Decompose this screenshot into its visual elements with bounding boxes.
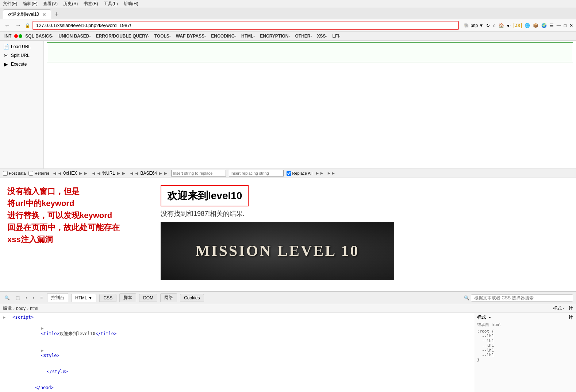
breadcrumb-html[interactable]: html [30,306,38,311]
devtools-tab-console[interactable]: 控制台 [47,293,68,302]
ext-icon1[interactable]: 🌐 [525,23,530,28]
base64-arrow-left: ◄◄ [129,170,139,176]
home2-icon[interactable]: 🏠 [499,23,504,28]
menu-view[interactable]: 查看(V) [43,1,58,6]
forward-button[interactable]: → [14,22,23,30]
hex-label: 0xHEX [64,171,77,176]
close-window-icon[interactable]: ✕ [569,23,573,28]
load-url-item[interactable]: 📄 Load URL [0,42,43,51]
breadcrumb-edit[interactable]: 编辑 [3,305,12,311]
minimize-icon[interactable]: — [557,23,561,28]
styles-panel: 样式 - 计 继承自 html :root { --lh1 --lh1 --lh… [474,313,576,392]
menu-bookmarks[interactable]: 书签(B) [84,1,98,6]
style-rule-4: --lh1 [477,348,573,353]
devtools-breadcrumb: 编辑 › body › html 样式 - 计 [0,304,576,313]
refresh-button[interactable]: ↻ [486,23,490,28]
devtools-search-input[interactable] [471,294,573,302]
page-area: 没有输入窗口，但是 将url中的keyword 进行替换，可以发现keyword… [0,178,576,291]
devtools-inspect-btn[interactable]: 🔍 [3,295,11,301]
replace-all-checkbox[interactable] [287,171,291,176]
nav-encoding[interactable]: ENCODING- [209,33,238,39]
collapse-script[interactable]: ▶ [3,315,5,320]
url-arrow-left: ◄◄ [91,170,101,176]
devtools-tab-network[interactable]: 网络 [160,293,177,302]
menu-history[interactable]: 历史(S) [63,1,78,6]
nav-other[interactable]: OTHER- [293,33,314,39]
php-icon: 🐘 php ▼ [464,23,484,28]
post-data-checkbox[interactable] [3,171,8,176]
lock-icon: 🔒 [25,23,30,28]
home-icon[interactable]: ⌂ [493,23,495,28]
url-textarea[interactable] [47,42,573,62]
new-tab-button[interactable]: + [53,10,61,19]
devtools-fwd-btn[interactable]: › [31,295,36,301]
page-subtitle: 没有找到和1987!相关的结果. [161,209,569,218]
url-encode-label: %URL [102,171,115,176]
hex-arrow-left: ◄◄ [52,170,62,176]
nav-html[interactable]: HTML- [239,33,257,39]
menu-file[interactable]: 文件(F) [3,1,17,6]
devtools-tab-cookies[interactable]: Cookies [180,294,204,302]
nav-int[interactable]: INT [2,33,14,39]
url-input[interactable] [32,21,459,30]
nav-encryption[interactable]: ENCRYPTION- [258,33,292,39]
page-title-box: 欢迎来到level10 [161,185,249,206]
menu-icon[interactable]: ☰ [550,23,554,28]
replace-all-label[interactable]: Replace All [287,171,312,176]
nav-tools[interactable]: TOOLS- [152,33,173,39]
menu-help[interactable]: 帮助(H) [123,1,138,6]
referrer-label[interactable]: Referrer [28,171,49,176]
tab-close-button[interactable]: ✕ [42,12,46,18]
menu-edit[interactable]: 编辑(E) [23,1,38,6]
dots-icon[interactable]: ●· [507,23,511,28]
split-url-item[interactable]: ✂ Split URL [0,51,43,60]
status-dot-red [14,34,18,38]
replace-arrow-right2: ►► [327,171,335,176]
restore-icon[interactable]: □ [564,23,567,28]
nav-union-based[interactable]: UNION BASED- [56,33,93,39]
devtools-tab-html[interactable]: HTML ▼ [71,294,96,302]
nav-lfi[interactable]: LFI- [330,33,343,39]
nav-waf-bypass[interactable]: WAF BYPASS- [174,33,208,39]
tool-sidebar: 📄 Load URL ✂ Split URL ▶ Execute [0,41,44,168]
nav-sql-basics[interactable]: SQL BASICS- [23,33,55,39]
devtools-tab-css[interactable]: CSS [99,294,116,302]
devtools-expand-btn[interactable]: ≡ [39,295,44,301]
js-badge: JS [514,23,521,28]
nav-xss[interactable]: XSS- [315,33,330,39]
html-line-title: ▶ <title>欢迎来到level10</title> [3,320,471,342]
tab-bar: 欢迎来到level10 ✕ + [0,8,576,19]
execute-item[interactable]: ▶ Execute [0,60,43,69]
replacing-string-input[interactable] [229,170,284,176]
calc-label: 计 [569,305,573,311]
ext-icon2[interactable]: 📦 [533,23,538,28]
base64-encode-group: ◄◄ BASE64 ►► [129,170,168,176]
active-tab[interactable]: 欢迎来到level10 ✕ [3,9,51,19]
url-input-area [44,41,576,168]
nav-error-double[interactable]: ERROR/DOUBLE QUERY- [93,33,151,39]
menu-tools[interactable]: 工具(L) [104,1,118,6]
base64-arrow-right: ►► [158,170,168,176]
referrer-checkbox[interactable] [28,171,33,176]
style-rule-2: --lh1 [477,338,573,343]
execute-icon: ▶ [3,61,9,67]
back-button[interactable]: ← [3,22,12,30]
post-data-label[interactable]: Post data [3,171,26,176]
replace-string-input[interactable] [171,170,226,176]
devtools-tab-script[interactable]: 脚本 [119,293,136,302]
devtools-back-btn[interactable]: ‹ [24,295,28,301]
devtools-pick-btn[interactable]: ⬚ [14,295,21,301]
style-rule-1: --lh1 [477,334,573,338]
styles-title: 样式 - [477,314,491,321]
address-bar: ← → 🔒 🐘 php ▼ ↻ ⌂ 🏠 ●· JS 🌐 📦 🌍 ☰ — □ ✕ [0,19,576,32]
html-line-style-close: </style> [3,364,471,380]
ext-icon3[interactable]: 🌍 [541,23,547,28]
search-icon: 🔍 [464,295,469,300]
devtools-toolbar: 🔍 ⬚ ‹ › ≡ 控制台 HTML ▼ CSS 脚本 DOM 网络 Cooki… [0,292,576,304]
right-content: 欢迎来到level10 没有找到和1987!相关的结果. Mission Lev… [157,182,572,287]
split-url-label: Split URL [11,53,30,58]
style-rule-3: --lh1 [477,343,573,348]
left-notes: 没有输入窗口，但是 将url中的keyword 进行替换，可以发现keyword… [4,182,157,287]
breadcrumb-body[interactable]: body [16,306,26,311]
devtools-tab-dom[interactable]: DOM [139,294,157,302]
